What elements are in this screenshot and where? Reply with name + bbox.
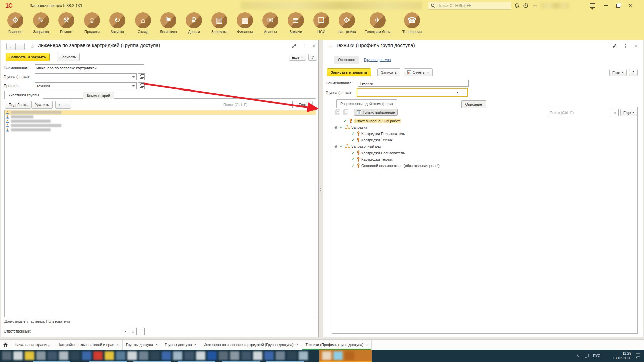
- profile-open-button[interactable]: [138, 82, 145, 89]
- ribbon-item-sklad[interactable]: ⌂Склад: [130, 11, 156, 34]
- favorites-star-icon[interactable]: ☆: [533, 3, 537, 9]
- ribbon-item-finansy[interactable]: ▦Финансы: [232, 11, 258, 34]
- tab-comment[interactable]: Комментарий: [83, 92, 114, 99]
- member-row[interactable]: [5, 128, 316, 132]
- close-window-button[interactable]: ×: [626, 0, 635, 11]
- roles-search-input[interactable]: [548, 111, 611, 115]
- only-selected-toggle[interactable]: Только выбранные: [354, 109, 398, 116]
- member-row[interactable]: [5, 123, 316, 128]
- active-taskbar-app[interactable]: [319, 350, 372, 362]
- name-input[interactable]: [358, 80, 469, 87]
- nav-link-access-groups[interactable]: Группы доступа: [364, 58, 391, 62]
- forward-button[interactable]: →: [15, 43, 25, 50]
- member-row[interactable]: [5, 115, 316, 119]
- dropdown-arrow-icon[interactable]: [130, 74, 136, 80]
- move-down-button[interactable]: ↓: [63, 101, 71, 109]
- ribbon-item-nastroyka[interactable]: ⚙Настройка: [334, 11, 360, 34]
- members-search-input[interactable]: [222, 103, 285, 107]
- nav-tab-main[interactable]: Основное: [334, 56, 359, 64]
- more-button[interactable]: Еще: [609, 69, 627, 76]
- ribbon-item-zarplata[interactable]: ▤Зарплата: [207, 11, 232, 34]
- close-tab-icon[interactable]: ×: [155, 342, 158, 347]
- more-menu-kebab-icon[interactable]: ⋮: [622, 43, 629, 49]
- ribbon-item-telefoniya[interactable]: ☎Телефония: [396, 11, 428, 34]
- tab-access-groups-2[interactable]: Группы доступа×: [161, 340, 200, 350]
- help-button[interactable]: ?: [629, 69, 638, 76]
- ribbon-item-glavnoe[interactable]: ⚙Главное: [3, 11, 28, 34]
- roles-search[interactable]: [548, 109, 611, 116]
- tray-clock[interactable]: 11:29 13.02.2026: [606, 351, 631, 360]
- collapse-icon[interactable]: ⊖: [334, 144, 338, 149]
- tree-row-group[interactable]: ⊖ ✓ Заправочный цех: [332, 143, 637, 149]
- dropdown-arrow-icon[interactable]: [454, 89, 460, 96]
- close-tab-icon[interactable]: ×: [296, 342, 299, 347]
- tab-access-groups-1[interactable]: Группы доступа×: [123, 340, 162, 350]
- close-form-button[interactable]: ×: [632, 42, 639, 49]
- ribbon-item-zakupka[interactable]: ↻Закупка: [105, 11, 130, 34]
- checked-icon[interactable]: ✓: [351, 157, 355, 162]
- save-close-button[interactable]: Записать и закрыть: [6, 53, 50, 61]
- collapse-icon[interactable]: ⊖: [334, 125, 338, 130]
- ribbon-item-remont[interactable]: ⚒Ремонт: [54, 11, 79, 34]
- members-list[interactable]: [4, 110, 316, 317]
- tree-row-role[interactable]: ✓ Картриджи Пользователь: [332, 149, 637, 156]
- tray-expand-icon[interactable]: ∧: [576, 353, 579, 358]
- favorite-star-icon[interactable]: ☆: [30, 43, 35, 50]
- ribbon-item-avansy[interactable]: ✉Авансы: [258, 11, 283, 34]
- name-input[interactable]: [35, 64, 144, 71]
- panel-splitter[interactable]: [319, 40, 323, 337]
- close-tab-icon[interactable]: ×: [366, 342, 368, 347]
- more-button[interactable]: Еще: [289, 54, 306, 61]
- responsible-combo[interactable]: [35, 328, 128, 335]
- checked-icon[interactable]: ✓: [339, 125, 344, 130]
- help-button[interactable]: ?: [308, 54, 317, 61]
- group-folder-value[interactable]: [357, 89, 454, 96]
- notifications-bell-icon[interactable]: [513, 2, 520, 9]
- tree-row-role[interactable]: ✓ Картриджи Пользователь: [332, 130, 637, 137]
- roles-more-button[interactable]: Еще: [620, 109, 637, 116]
- ribbon-item-dengi[interactable]: ₽Деньги: [181, 11, 207, 34]
- tray-language[interactable]: РУС: [593, 354, 600, 358]
- ribbon-item-zapravka[interactable]: ✎Заправка: [28, 11, 54, 34]
- close-tab-icon[interactable]: ×: [194, 342, 197, 347]
- group-folder-combo-focused[interactable]: [357, 88, 468, 97]
- dropdown-arrow-icon[interactable]: [122, 328, 128, 335]
- tree-row-role[interactable]: ✓ Картриджи Техник: [332, 156, 637, 162]
- member-row[interactable]: [5, 119, 316, 123]
- save-button[interactable]: Записать: [377, 68, 400, 76]
- save-button[interactable]: Записать: [57, 53, 80, 61]
- close-tab-icon[interactable]: ×: [117, 342, 119, 347]
- ribbon-item-nsi[interactable]: ❏НСИ: [309, 11, 334, 34]
- profile-combo[interactable]: Техники: [35, 82, 137, 89]
- delete-member-button[interactable]: Удалить: [31, 101, 53, 109]
- clear-search-button[interactable]: ×: [286, 101, 293, 108]
- tree-row-role[interactable]: ✓ Основной пользователь (обязательная ро…: [332, 162, 637, 169]
- checked-icon[interactable]: ✓: [351, 137, 355, 142]
- more-menu-kebab-icon[interactable]: ⋮: [302, 43, 308, 49]
- checked-icon[interactable]: ✓: [351, 131, 355, 136]
- check-all-icon[interactable]: [334, 109, 341, 116]
- move-up-button[interactable]: ↑: [55, 101, 63, 109]
- restore-button[interactable]: [614, 0, 623, 11]
- uncheck-all-icon[interactable]: [342, 109, 349, 116]
- members-more-button[interactable]: Еще: [296, 101, 313, 108]
- notification-center-icon[interactable]: [635, 353, 641, 359]
- ribbon-item-logistika[interactable]: ⚑Логистика: [156, 11, 181, 34]
- tray-input-indicator-icon[interactable]: [584, 353, 589, 359]
- favorite-star-icon[interactable]: ☆: [328, 43, 332, 50]
- group-folder-combo[interactable]: [35, 73, 137, 80]
- tab-allowed-actions-roles[interactable]: Разрешенные действия (роли): [336, 99, 397, 108]
- tree-row-role[interactable]: ✓ Отчет выполненных работ: [332, 118, 637, 124]
- global-search-input[interactable]: [437, 3, 511, 8]
- tree-row-role[interactable]: ✓ Картриджи Техник: [332, 137, 637, 143]
- back-button[interactable]: ←: [6, 43, 16, 50]
- member-row[interactable]: [5, 110, 316, 115]
- reports-button[interactable]: Отчеты: [404, 68, 433, 76]
- checked-icon[interactable]: ✓: [339, 144, 344, 149]
- ribbon-item-prodazhi[interactable]: ☺Продажи: [79, 11, 105, 34]
- tab-engineers-access-group[interactable]: Инженера по заправке картриджей (Группа …: [200, 340, 302, 350]
- group-folder-open-button[interactable]: [138, 73, 145, 80]
- tab-user-settings[interactable]: Настройки пользователей и прав×: [54, 340, 122, 350]
- get-link-icon[interactable]: [611, 43, 618, 49]
- close-form-button[interactable]: ×: [311, 42, 318, 49]
